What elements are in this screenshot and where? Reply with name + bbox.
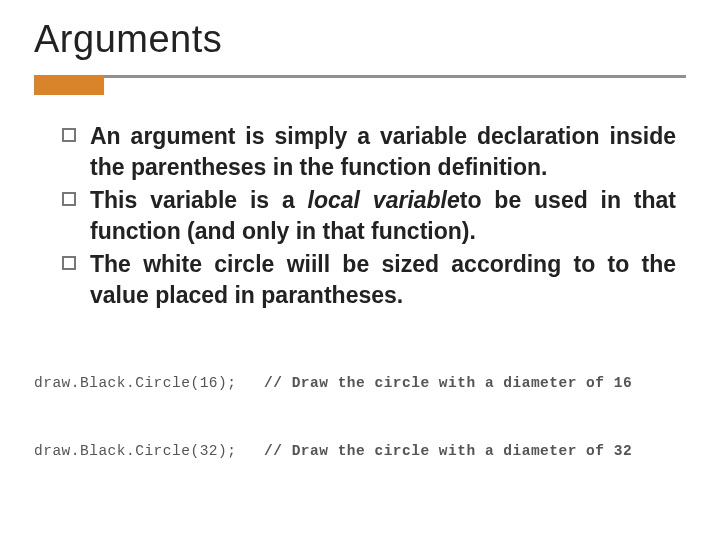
title-rule-line (104, 75, 686, 78)
bullet-text-span: This variable is a (90, 187, 308, 213)
bullet-marker-icon (62, 128, 76, 142)
bullet-marker-icon (62, 192, 76, 206)
bullet-text: This variable is a local variableto be u… (90, 185, 676, 247)
bullet-text-span: The white circle wiill be sized accordin… (90, 251, 676, 308)
bullet-marker-icon (62, 256, 76, 270)
bullet-text: An argument is simply a variable declara… (90, 121, 676, 183)
title-rule-accent (34, 75, 104, 95)
slide: Arguments An argument is simply a variab… (0, 0, 720, 540)
code-block: draw.Black.Circle(16); // Draw the circl… (34, 327, 686, 507)
bullet-text-span: An argument is simply a variable declara… (90, 123, 676, 180)
code-line: draw.Black.Circle(16); // Draw the circl… (34, 372, 686, 394)
code-comment: // Draw the circle with a diameter of 32 (264, 443, 632, 459)
code-call: draw.Black.Circle(32); (34, 443, 236, 459)
bullet-list: An argument is simply a variable declara… (34, 121, 686, 309)
bullet-text-italic: local variable (308, 187, 460, 213)
bullet-item: This variable is a local variableto be u… (62, 185, 676, 247)
code-call: draw.Black.Circle(16); (34, 375, 236, 391)
title-rule (34, 75, 686, 95)
slide-title: Arguments (34, 18, 686, 61)
bullet-item: An argument is simply a variable declara… (62, 121, 676, 183)
code-line: draw.Black.Circle(32); // Draw the circl… (34, 440, 686, 462)
bullet-text: The white circle wiill be sized accordin… (90, 249, 676, 309)
code-comment: // Draw the circle with a diameter of 16 (264, 375, 632, 391)
bullet-item: The white circle wiill be sized accordin… (62, 249, 676, 309)
